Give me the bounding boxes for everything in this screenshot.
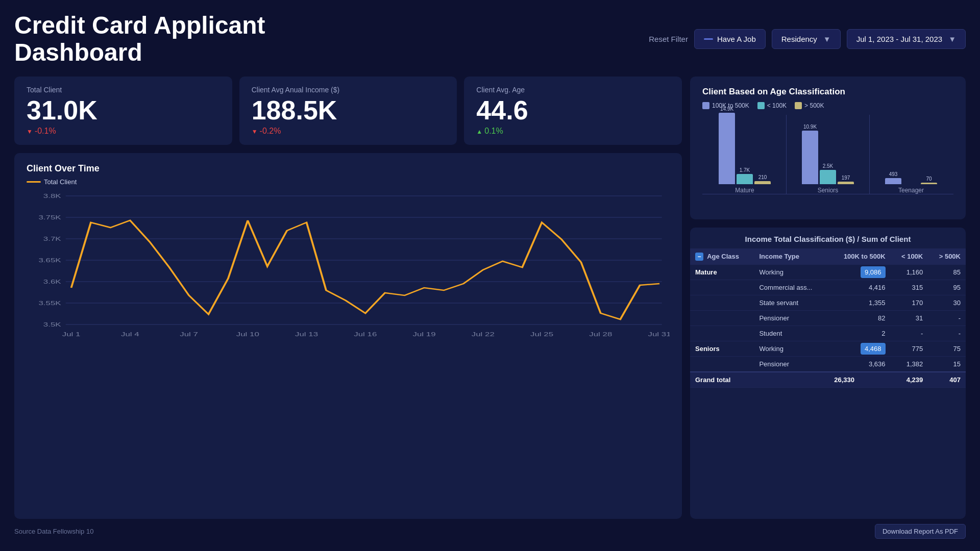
svg-text:3.5K: 3.5K xyxy=(43,321,61,328)
bar-group-label-seniors: Seniors xyxy=(818,187,839,194)
arrow-down-icon xyxy=(27,127,33,136)
grand-total-100k: 26,330 xyxy=(829,372,890,388)
bar-seniors-gt500k xyxy=(838,182,854,184)
age-legend-gt-500k: > 500K xyxy=(795,102,824,109)
bar-seniors-lt100k xyxy=(820,170,836,184)
grand-total-lt100k: 4,239 xyxy=(891,372,928,388)
kpi-row: Total Client 31.0K -0.1% Client Avg Anua… xyxy=(14,77,682,145)
cell-income-commercial: Commercial ass... xyxy=(754,280,829,295)
bar-teen-gt500k xyxy=(921,183,937,184)
reset-filter-button[interactable]: Reset Filter xyxy=(649,35,688,43)
residency-filter-chip[interactable]: Residency ▼ xyxy=(772,29,841,49)
legend-box-gt-500k xyxy=(795,102,802,109)
cell-seniors-working-lt100k: 775 xyxy=(891,341,928,356)
col-income-type: Income Type xyxy=(754,248,829,265)
income-table-card: Income Total Classification ($) / Sum of… xyxy=(690,228,966,519)
dashboard: Credit Card Applicant Dashboard Reset Fi… xyxy=(0,0,980,551)
main-content: Total Client 31.0K -0.1% Client Avg Anua… xyxy=(14,77,966,519)
footer: Source Data Fellowship 10 Download Repor… xyxy=(14,524,966,539)
cell-working-lt100k: 1,160 xyxy=(891,265,928,280)
bar-label-seniors-100k: 10.9K xyxy=(803,124,817,130)
cell-income-working: Working xyxy=(754,265,829,280)
cell-commercial-100k: 4,416 xyxy=(829,280,890,295)
cell-seniors-pensioner-100k: 3,636 xyxy=(829,356,890,372)
bar-mature-lt100k xyxy=(737,174,753,184)
svg-text:Jul 1: Jul 1 xyxy=(62,331,81,337)
table-row: Pensioner 3,636 1,382 15 xyxy=(690,356,966,372)
header-controls: Reset Filter Have A Job Residency ▼ Jul … xyxy=(649,29,966,49)
bar-label-mature-lt100k: 1.7K xyxy=(740,167,750,173)
collapse-icon[interactable]: − xyxy=(695,253,703,261)
col-lt-100k: < 100K xyxy=(891,248,928,265)
bar-label-teen-100k: 493 xyxy=(889,171,898,177)
svg-text:Jul 7: Jul 7 xyxy=(180,331,198,337)
cell-age-class-6 xyxy=(690,356,754,372)
svg-text:3.7K: 3.7K xyxy=(43,236,61,242)
bar-mature-100k xyxy=(719,113,735,184)
table-row: State servant 1,355 170 30 xyxy=(690,295,966,310)
cell-income-pensioner: Pensioner xyxy=(754,310,829,325)
cell-age-class-5 xyxy=(690,325,754,341)
cell-age-class-4 xyxy=(690,310,754,325)
line-chart-title: Client Over Time xyxy=(27,163,670,174)
bar-label-seniors-gt500k: 197 xyxy=(842,175,850,181)
bar-seniors-100k xyxy=(802,131,818,184)
arrow-down-icon-2 xyxy=(252,127,258,136)
svg-text:Jul 13: Jul 13 xyxy=(295,331,318,337)
right-panel: Client Based on Age Classification 100K … xyxy=(690,77,966,519)
cell-seniors-pensioner-gt500k: 15 xyxy=(928,356,966,372)
cell-pensioner-100k: 82 xyxy=(829,310,890,325)
bar-label-mature-gt500k: 210 xyxy=(758,174,767,180)
title-block: Credit Card Applicant Dashboard xyxy=(14,12,265,66)
cell-seniors-pensioner-lt100k: 1,382 xyxy=(891,356,928,372)
kpi-total-client-change: -0.1% xyxy=(27,127,220,136)
svg-text:Jul 10: Jul 10 xyxy=(236,331,259,337)
cell-student-gt500k: - xyxy=(928,325,966,341)
kpi-avg-age: Client Avg. Age 44.6 0.1% xyxy=(464,77,682,145)
download-report-button[interactable]: Download Report As PDF xyxy=(875,524,966,539)
cell-state-100k: 1,355 xyxy=(829,295,890,310)
svg-text:Jul 22: Jul 22 xyxy=(472,331,495,337)
grand-total-row: Grand total 26,330 4,239 407 xyxy=(690,372,966,388)
table-row: Commercial ass... 4,416 315 95 xyxy=(690,280,966,295)
header: Credit Card Applicant Dashboard Reset Fi… xyxy=(14,12,966,66)
svg-text:3.75K: 3.75K xyxy=(38,214,61,220)
svg-text:3.8K: 3.8K xyxy=(43,193,61,199)
cell-commercial-gt500k: 95 xyxy=(928,280,966,295)
svg-text:3.65K: 3.65K xyxy=(38,257,61,263)
col-age-class: − Age Class xyxy=(690,248,754,265)
cell-working-gt500k: 85 xyxy=(928,265,966,280)
svg-text:Jul 31: Jul 31 xyxy=(648,331,670,337)
kpi-total-client: Total Client 31.0K -0.1% xyxy=(14,77,232,145)
cell-seniors-working-100k: 4,468 xyxy=(829,341,890,356)
cell-age-class-2 xyxy=(690,280,754,295)
svg-text:Jul 4: Jul 4 xyxy=(121,331,139,337)
job-filter-chip[interactable]: Have A Job xyxy=(694,29,766,49)
col-gt-500k: > 500K xyxy=(928,248,966,265)
table-row: Seniors Working 4,468 775 75 xyxy=(690,341,966,356)
line-chart-legend: Total Client xyxy=(27,178,670,186)
residency-chevron-icon: ▼ xyxy=(823,35,831,43)
date-filter-chip[interactable]: Jul 1, 2023 - Jul 31, 2023 ▼ xyxy=(847,29,966,49)
table-row: Mature Working 9,086 1,160 85 xyxy=(690,265,966,280)
cell-student-100k: 2 xyxy=(829,325,890,341)
svg-text:3.55K: 3.55K xyxy=(38,300,61,306)
bar-group-label-mature: Mature xyxy=(735,187,754,194)
kpi-avg-income-change: -0.2% xyxy=(252,127,445,136)
bar-group-label-teenager: Teenager xyxy=(898,187,924,194)
cell-pensioner-gt500k: - xyxy=(928,310,966,325)
arrow-up-icon xyxy=(476,127,482,136)
bar-mature-gt500k xyxy=(754,181,771,184)
table-row: Student 2 - - xyxy=(690,325,966,341)
kpi-avg-age-change: 0.1% xyxy=(476,127,670,136)
bar-teen-100k xyxy=(885,178,901,184)
svg-text:3.6K: 3.6K xyxy=(43,279,61,285)
age-chart-card: Client Based on Age Classification 100K … xyxy=(690,77,966,219)
kpi-avg-income: Client Avg Anual Income ($) 188.5K -0.2% xyxy=(239,77,457,145)
cell-seniors-working: Working xyxy=(754,341,829,356)
footer-source: Source Data Fellowship 10 xyxy=(14,528,93,535)
left-panel: Total Client 31.0K -0.1% Client Avg Anua… xyxy=(14,77,682,519)
cell-pensioner-lt100k: 31 xyxy=(891,310,928,325)
page-title: Credit Card Applicant Dashboard xyxy=(14,12,265,66)
income-table: − Age Class Income Type 100K to 500K < 1… xyxy=(690,248,966,388)
